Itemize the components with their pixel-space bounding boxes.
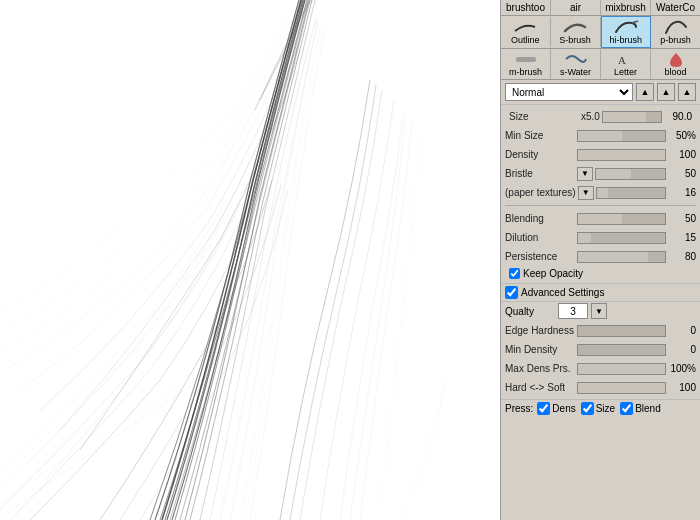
paper-value: 16: [668, 187, 696, 198]
bristle-dropdown[interactable]: ▼: [577, 167, 593, 181]
tab-hi-brush[interactable]: hi-brush: [601, 16, 652, 48]
dilution-row: Dilution 15: [505, 229, 696, 246]
right-panel: brushtoo air mixbrush WaterCo Outline S-…: [500, 0, 700, 520]
hard-soft-row: Hard <-> Soft 100: [505, 379, 696, 396]
tab-s-water[interactable]: s-Water: [551, 49, 601, 79]
tab-s-brush[interactable]: S-brush: [551, 17, 601, 47]
press-size-label: Size: [596, 403, 615, 414]
min-density-bar[interactable]: [577, 344, 666, 356]
advanced-settings-row: Advanced Settings: [501, 283, 700, 302]
blend-btn-1[interactable]: ▲: [636, 83, 654, 101]
blend-btn-3[interactable]: ▲: [678, 83, 696, 101]
brush-type-tabs-row1: Outline S-brush hi-brush p-brush: [501, 16, 700, 49]
size-x-label: x5.0: [581, 111, 600, 122]
hard-soft-label: Hard <-> Soft: [505, 382, 575, 393]
quality-dropdown[interactable]: ▼: [591, 303, 607, 319]
max-dens-bar[interactable]: [577, 363, 666, 375]
keep-opacity-row: Keep Opacity: [505, 267, 696, 280]
min-size-label: Min Size: [505, 130, 575, 141]
tab-mixbrush[interactable]: mixbrush: [601, 0, 651, 15]
blending-label: Blending: [505, 213, 575, 224]
density-label: Density: [505, 149, 575, 160]
tab-p-brush[interactable]: p-brush: [651, 17, 700, 47]
edge-hardness-bar[interactable]: [577, 325, 666, 337]
blend-mode-row: Normal ▲ ▲ ▲: [501, 80, 700, 105]
persistence-label: Persistence: [505, 251, 575, 262]
density-bar[interactable]: [577, 149, 666, 161]
min-density-value: 0: [668, 344, 696, 355]
edge-hardness-value: 0: [668, 325, 696, 336]
min-size-value: 50%: [668, 130, 696, 141]
persistence-row: Persistence 80: [505, 248, 696, 265]
max-dens-label: Max Dens Prs.: [505, 363, 575, 374]
press-blend-checkbox[interactable]: [620, 402, 633, 415]
divider-1: [505, 205, 696, 206]
press-size-checkbox[interactable]: [581, 402, 594, 415]
hard-soft-value: 100: [668, 382, 696, 393]
dilution-bar[interactable]: [577, 232, 666, 244]
advanced-settings-checkbox[interactable]: [505, 286, 518, 299]
brush-type-tabs-row2: m-brush s-Water A Letter blood: [501, 49, 700, 80]
tab-m-brush[interactable]: m-brush: [501, 49, 551, 79]
size-bar[interactable]: [602, 111, 662, 123]
keep-opacity-checkbox[interactable]: [509, 268, 520, 279]
press-label: Press:: [505, 403, 533, 414]
density-value: 100: [668, 149, 696, 160]
paper-row: (paper textures) ▼ 16: [505, 184, 696, 201]
press-blend-label: Blend: [635, 403, 661, 414]
svg-rect-2: [516, 57, 536, 62]
size-value: 90.0: [664, 111, 692, 122]
edge-hardness-row: Edge Hardness 0: [505, 322, 696, 339]
tab-blood[interactable]: blood: [651, 49, 700, 79]
density-row: Density 100: [505, 146, 696, 163]
max-dens-value: 100%: [668, 363, 696, 374]
persistence-bar[interactable]: [577, 251, 666, 263]
keep-opacity-label: Keep Opacity: [523, 268, 583, 279]
press-dens-checkbox[interactable]: [537, 402, 550, 415]
advanced-params: Edge Hardness 0 Min Density 0 Max Dens P…: [501, 320, 700, 398]
min-size-bar[interactable]: [577, 130, 666, 142]
svg-rect-0: [0, 0, 500, 520]
quality-label: Qualty: [505, 306, 555, 317]
min-density-row: Min Density 0: [505, 341, 696, 358]
quality-input[interactable]: [558, 303, 588, 319]
dilution-value: 15: [668, 232, 696, 243]
tab-outline[interactable]: Outline: [501, 17, 551, 47]
size-row: Size x5.0 90.0: [505, 108, 696, 125]
tab-brushtoo[interactable]: brushtoo: [501, 0, 551, 15]
quality-row: Qualty ▼: [501, 302, 700, 320]
hard-soft-bar[interactable]: [577, 382, 666, 394]
bristle-bar[interactable]: [595, 168, 666, 180]
press-row: Press: Dens Size Blend: [501, 399, 700, 417]
tab-letter[interactable]: A Letter: [601, 49, 651, 79]
bristle-row: Bristle ▼ 50: [505, 165, 696, 182]
svg-line-1: [632, 21, 638, 23]
advanced-settings-label: Advanced Settings: [521, 287, 604, 298]
bristle-value: 50: [668, 168, 696, 179]
paper-dropdown[interactable]: ▼: [578, 186, 594, 200]
tab-air[interactable]: air: [551, 0, 601, 15]
blend-mode-select[interactable]: Normal: [505, 83, 633, 101]
size-label: Size: [509, 111, 579, 122]
bristle-label: Bristle: [505, 168, 575, 179]
tab-waterco[interactable]: WaterCo: [651, 0, 700, 15]
max-dens-row: Max Dens Prs. 100%: [505, 360, 696, 377]
blending-value: 50: [668, 213, 696, 224]
paper-bar[interactable]: [596, 187, 666, 199]
blend-btn-2[interactable]: ▲: [657, 83, 675, 101]
dilution-label: Dilution: [505, 232, 575, 243]
persistence-value: 80: [668, 251, 696, 262]
canvas-area[interactable]: [0, 0, 500, 520]
edge-hardness-label: Edge Hardness: [505, 325, 575, 336]
min-density-label: Min Density: [505, 344, 575, 355]
blending-bar[interactable]: [577, 213, 666, 225]
tool-category-tabs: brushtoo air mixbrush WaterCo: [501, 0, 700, 16]
paper-label: (paper textures): [505, 187, 576, 198]
svg-text:A: A: [618, 54, 626, 66]
blending-row: Blending 50: [505, 210, 696, 227]
press-dens-label: Dens: [552, 403, 575, 414]
min-size-row: Min Size 50%: [505, 127, 696, 144]
brush-params: Size x5.0 90.0 Min Size 50% Density 100 …: [501, 105, 700, 283]
